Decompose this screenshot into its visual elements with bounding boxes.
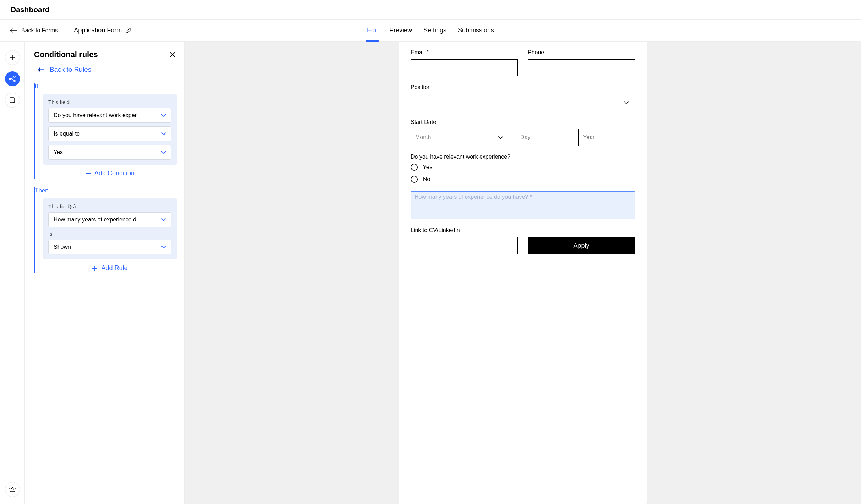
chevron-down-icon	[161, 132, 166, 136]
condition-field-value: Do you have relevant work exper	[54, 112, 161, 119]
svg-point-1	[14, 76, 15, 77]
radio-row-no[interactable]: No	[411, 176, 635, 183]
start-date-label: Start Date	[411, 119, 635, 125]
chevron-down-icon	[161, 218, 166, 221]
phone-label: Phone	[528, 49, 635, 56]
form-card: Email * Phone Position Start Da	[399, 42, 647, 504]
cv-field[interactable]	[411, 237, 518, 254]
upgrade-button[interactable]	[5, 482, 20, 497]
plus-icon	[92, 265, 98, 271]
add-condition-label: Add Condition	[94, 170, 135, 177]
back-to-forms-label: Back to Forms	[21, 27, 58, 34]
radio-row-yes[interactable]: Yes	[411, 164, 635, 171]
divider	[66, 26, 66, 35]
experience-question: Do you have relevant work experience?	[411, 154, 635, 160]
form-pages-button[interactable]	[5, 93, 20, 108]
add-condition-button[interactable]: Add Condition	[43, 165, 177, 179]
tab-submissions[interactable]: Submissions	[457, 20, 495, 41]
condition-value: Yes	[54, 149, 161, 155]
back-to-rules-link[interactable]: Back to Rules	[34, 66, 177, 73]
radio-icon	[411, 176, 418, 183]
this-field-label: This field	[48, 99, 171, 105]
condition-field-select[interactable]: Do you have relevant work exper	[48, 108, 171, 123]
condition-operator-value: Is equal to	[54, 131, 161, 137]
main: Conditional rules Back to Rules If This …	[0, 42, 861, 504]
arrow-left-icon	[38, 67, 45, 72]
email-field[interactable]	[411, 59, 518, 76]
arrow-left-icon	[10, 28, 17, 33]
chevron-down-icon	[161, 150, 166, 154]
condition-operator-select[interactable]: Is equal to	[48, 126, 171, 141]
email-phone-row: Email * Phone	[411, 49, 635, 76]
tabs: Edit Preview Settings Submissions	[366, 20, 495, 41]
left-rail	[0, 42, 25, 504]
tab-submissions-label: Submissions	[458, 27, 494, 34]
pencil-icon[interactable]	[126, 28, 132, 33]
is-label: Is	[48, 231, 171, 237]
conditional-rules-button[interactable]	[5, 71, 20, 86]
conditional-field-body	[411, 203, 635, 219]
cv-label: Link to CV/LinkedIn	[411, 227, 518, 234]
phone-field[interactable]	[528, 59, 635, 76]
if-group: If This field Do you have relevant work …	[34, 83, 177, 179]
action-visibility-value: Shown	[54, 244, 161, 250]
action-field-value: How many years of experience d	[54, 217, 161, 223]
this-fields-label: This field(s)	[48, 203, 171, 209]
back-to-rules-label: Back to Rules	[50, 66, 91, 73]
radio-label-no: No	[423, 176, 430, 183]
app-title: Dashboard	[11, 5, 50, 14]
panel-title: Conditional rules	[34, 50, 98, 59]
rules-side-panel: Conditional rules Back to Rules If This …	[25, 42, 185, 504]
then-body: This field(s) How many years of experien…	[43, 198, 177, 259]
tab-edit[interactable]: Edit	[366, 20, 379, 41]
if-body: This field Do you have relevant work exp…	[43, 94, 177, 165]
chevron-down-icon	[161, 114, 166, 117]
year-field[interactable]	[578, 129, 635, 146]
position-label: Position	[411, 84, 635, 91]
start-date-wrap: Start Date	[411, 119, 635, 146]
position-select[interactable]	[411, 94, 635, 111]
plus-icon	[85, 171, 91, 176]
position-field-wrap: Position	[411, 84, 635, 111]
action-field-select[interactable]: How many years of experience d	[48, 212, 171, 227]
tab-settings[interactable]: Settings	[423, 20, 447, 41]
then-label: Then	[35, 187, 177, 194]
month-select[interactable]	[411, 129, 509, 146]
email-label: Email *	[411, 49, 518, 56]
back-to-forms-link[interactable]: Back to Forms	[10, 27, 58, 34]
top-bar: Dashboard	[0, 0, 861, 20]
year-input-wrap	[578, 129, 635, 146]
chevron-down-icon	[161, 245, 166, 249]
add-rule-label: Add Rule	[101, 264, 127, 272]
day-field[interactable]	[516, 129, 572, 146]
add-rule-button[interactable]: Add Rule	[43, 259, 177, 273]
condition-value-select[interactable]: Yes	[48, 145, 171, 160]
close-icon[interactable]	[168, 50, 177, 59]
svg-point-0	[9, 78, 11, 80]
panel-header: Conditional rules	[34, 50, 177, 59]
conditional-field-placeholder: How many years of experience do you have…	[411, 192, 635, 203]
form-canvas: Email * Phone Position Start Da	[185, 42, 861, 504]
form-name: Application Form	[74, 27, 122, 34]
apply-button[interactable]: Apply	[528, 237, 635, 254]
tab-settings-label: Settings	[423, 27, 446, 34]
action-visibility-select[interactable]: Shown	[48, 240, 171, 254]
if-label: If	[35, 83, 177, 90]
tab-edit-label: Edit	[367, 27, 378, 34]
then-group: Then This field(s) How many years of exp…	[34, 187, 177, 273]
day-input-wrap	[516, 129, 572, 146]
cv-apply-row: Link to CV/LinkedIn Apply	[411, 227, 635, 254]
add-element-button[interactable]	[5, 50, 20, 65]
form-name-wrap: Application Form	[74, 27, 132, 34]
conditional-field-highlight[interactable]: How many years of experience do you have…	[411, 191, 635, 219]
radio-label-yes: Yes	[423, 164, 433, 171]
svg-point-2	[14, 80, 15, 82]
tab-preview[interactable]: Preview	[389, 20, 413, 41]
tab-preview-label: Preview	[389, 27, 412, 34]
radio-icon	[411, 164, 418, 171]
experience-question-wrap: Do you have relevant work experience? Ye…	[411, 154, 635, 183]
second-bar: Back to Forms Application Form Edit Prev…	[0, 20, 861, 42]
